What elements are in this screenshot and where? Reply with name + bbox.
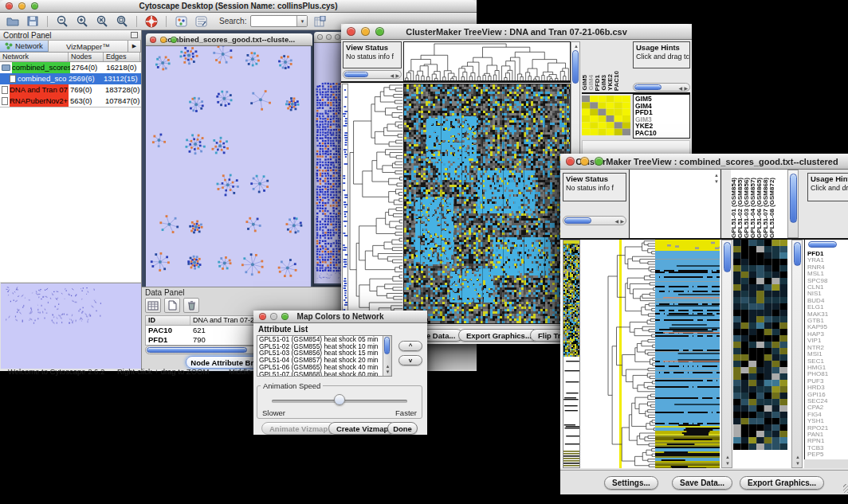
column-dendrogram[interactable]	[403, 41, 571, 81]
zoom-heatmap[interactable]	[582, 96, 630, 135]
export-graphics-button[interactable]: Export Graphics...	[740, 476, 824, 490]
gene-list-hscroll-thumb[interactable]	[808, 241, 837, 248]
close-button[interactable]	[317, 34, 323, 40]
resize-grip[interactable]	[843, 484, 848, 493]
chevron-down-icon[interactable]: ▼	[296, 16, 307, 26]
column-header-nodes[interactable]: Nodes	[69, 53, 104, 61]
help-lifesaver-icon[interactable]	[143, 14, 159, 29]
scroll-left-icon[interactable]: ◀	[614, 219, 618, 224]
export-graphics-button[interactable]: Export Graphics...	[458, 329, 540, 342]
gene-label[interactable]: PAC10	[635, 130, 688, 137]
scrollbar-thumb[interactable]	[564, 217, 591, 224]
attribute-table-icon[interactable]	[145, 298, 161, 313]
scroll-up-icon[interactable]: ▲	[386, 364, 391, 369]
global-overview-strip[interactable]	[563, 240, 580, 468]
open-file-button[interactable]	[5, 14, 21, 29]
main-vscrollbar[interactable]: ▲ ▼	[721, 240, 732, 468]
attribute-listbox[interactable]: GPL51-01 (GSM854) heat shock 05 minGPL51…	[257, 335, 392, 377]
row-dendrogram[interactable]	[348, 84, 402, 322]
scrollbar-thumb[interactable]	[790, 174, 797, 223]
scroll-right-icon[interactable]: ▶	[620, 219, 624, 224]
zoom-in-icon[interactable]	[74, 14, 90, 29]
scroll-up-icon[interactable]: ▲	[725, 455, 730, 459]
column-header-network[interactable]: Network	[0, 53, 69, 61]
network-import-icon[interactable]	[173, 14, 189, 29]
tab-network[interactable]: Network	[0, 41, 49, 52]
scroll-right-icon[interactable]: ▶	[684, 86, 688, 91]
zoom-button[interactable]	[31, 2, 38, 10]
scroll-left-icon[interactable]: ◀	[678, 86, 682, 91]
treeview-combined-titlebar[interactable]: ClusterMaker TreeView : combined_scores_…	[560, 154, 848, 170]
scroll-up-icon[interactable]: ▲	[574, 44, 579, 49]
close-button[interactable]	[347, 27, 355, 36]
dialog-titlebar[interactable]: Map Colors to Network	[253, 311, 427, 323]
new-attribute-icon[interactable]	[164, 298, 180, 313]
minimize-button[interactable]	[160, 37, 167, 43]
attribute-item[interactable]: GPL51-07 (GSM868) heat shock 60 min	[257, 371, 391, 377]
linkout-table-icon[interactable]	[312, 14, 328, 29]
scrollbar-thumb[interactable]	[634, 84, 662, 90]
save-data-button[interactable]: Save Data...	[672, 476, 732, 490]
close-button[interactable]	[6, 2, 13, 10]
birdseye-overview[interactable]	[1, 283, 141, 369]
tab-vizmapper[interactable]: VizMapper™	[49, 41, 128, 52]
view-status-hscrollbar[interactable]: ◀ ▶	[343, 70, 402, 79]
scroll-down-icon[interactable]: ▼	[725, 461, 730, 466]
zoom-out-icon[interactable]	[54, 14, 70, 29]
column-header-id[interactable]: ID	[146, 316, 190, 325]
global-overview-strip[interactable]	[342, 84, 348, 324]
animate-vizmap-button[interactable]: Animate Vizmap	[261, 422, 336, 435]
network-tree-row[interactable]: RNAPuberNov2+ 563(0) 107847(0)	[0, 96, 141, 107]
column-header-edges[interactable]: Edges	[104, 53, 140, 61]
header-vscrollbar[interactable]	[787, 170, 799, 238]
heatmap-main[interactable]	[655, 240, 720, 468]
network-tree-row-selected[interactable]: combined_sco 2569(6) 13112(15)	[0, 73, 141, 84]
listbox-vscrollbar[interactable]: ▲ ▼	[383, 336, 391, 376]
scroll-right-icon[interactable]: ▶	[395, 73, 399, 78]
scroll-up-icon[interactable]: ▲	[795, 455, 800, 459]
column-label[interactable]: PAC10	[614, 71, 620, 91]
minimize-button[interactable]	[18, 2, 26, 10]
network-tree-row[interactable]: combined_scores 2764(0) 16218(0)	[0, 62, 141, 73]
move-up-button[interactable]: ^	[398, 341, 422, 351]
scrollbar-thumb[interactable]	[724, 242, 731, 272]
scroll-down-icon[interactable]: ▼	[714, 179, 719, 184]
column-dendrogram-panel[interactable]: ▲ ▼	[629, 170, 721, 238]
scroll-left-icon[interactable]: ◀	[390, 73, 394, 78]
scroll-up-icon[interactable]: ▲	[714, 173, 719, 178]
annotation-form-icon[interactable]	[193, 14, 209, 29]
close-button[interactable]	[566, 157, 575, 166]
zoom-vscrollbar[interactable]: ▲ ▼	[791, 240, 803, 468]
scrollbar-thumb[interactable]	[344, 72, 368, 77]
minimize-button[interactable]	[326, 34, 332, 40]
move-down-button[interactable]: v	[398, 355, 422, 365]
zoom-selected-icon[interactable]	[114, 14, 130, 29]
view-status-hscrollbar[interactable]: ◀ ▶	[563, 216, 626, 225]
close-button[interactable]	[259, 313, 266, 320]
zoom-button[interactable]	[335, 34, 340, 40]
minimize-button[interactable]	[361, 27, 370, 36]
network-canvas[interactable]	[146, 46, 311, 287]
network-view-window[interactable]: combined_scores_good.txt--cluste...	[146, 33, 312, 287]
scrollbar-thumb[interactable]	[147, 347, 247, 353]
cytoscape-titlebar[interactable]: Cytoscape Desktop (Session Name: collins…	[0, 0, 477, 13]
scrollbar-thumb[interactable]	[384, 337, 390, 354]
speed-slider-thumb[interactable]	[334, 394, 345, 405]
zoom-button[interactable]	[375, 27, 384, 36]
row-dendrogram[interactable]	[607, 240, 656, 468]
usage-hints-hscrollbar[interactable]: ◀ ▶	[633, 83, 690, 92]
delete-attribute-trash-icon[interactable]	[183, 298, 199, 313]
create-vizmap-button[interactable]: Create Vizmap	[328, 422, 396, 435]
zoom-fit-icon[interactable]	[94, 14, 110, 29]
save-button[interactable]	[25, 14, 41, 29]
zoom-button[interactable]	[281, 313, 289, 320]
treeview-dna-titlebar[interactable]: ClusterMaker TreeView : DNA and Tran 07-…	[341, 24, 692, 40]
zoom-button[interactable]	[595, 157, 603, 166]
scroll-down-icon[interactable]: ▼	[386, 369, 391, 374]
search-input[interactable]: ▼	[250, 15, 308, 27]
settings-button[interactable]: Settings...	[604, 476, 658, 490]
scroll-down-icon[interactable]: ▼	[795, 461, 800, 466]
close-button[interactable]	[150, 37, 156, 43]
zoom-heatmap[interactable]	[733, 240, 787, 451]
float-panel-icon[interactable]	[131, 32, 138, 38]
